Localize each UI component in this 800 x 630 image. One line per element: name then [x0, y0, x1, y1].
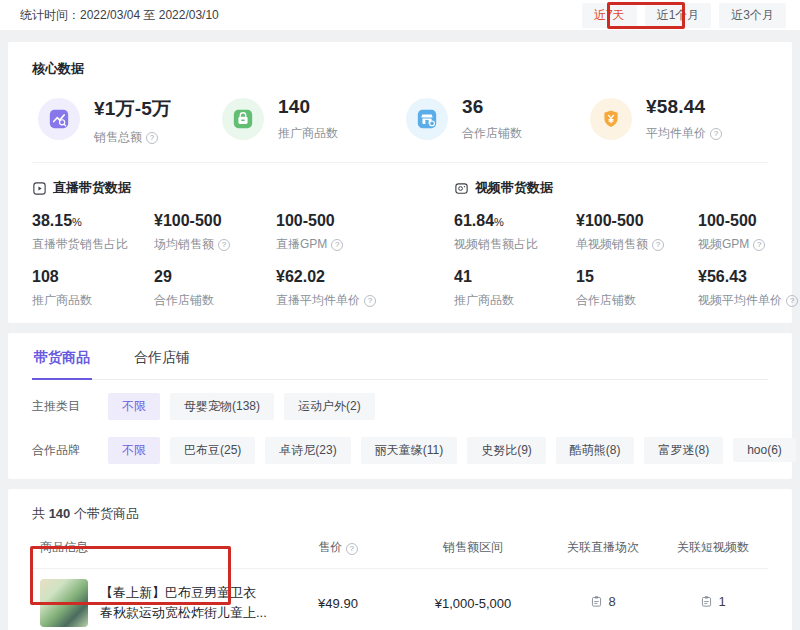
metric-label: 平均件单价	[646, 125, 706, 142]
metric-partner-shops: 36 合作店铺数	[400, 96, 584, 146]
stat-video-partner-shops: 15 合作店铺数	[576, 268, 698, 309]
column-product-info: 商品信息	[32, 539, 278, 556]
brand-chip[interactable]: 富罗迷(8)	[644, 437, 723, 464]
stat-live-gpm: 100-500 直播GPM?	[276, 212, 398, 253]
brand-filter-row: 合作品牌 不限 巴布豆(25) 卓诗尼(23) 丽天童缘(11) 史努比(9) …	[32, 433, 768, 467]
help-icon[interactable]: ?	[146, 132, 158, 144]
core-metrics: ¥1万-5万 销售总额? 140 推广商品数 36 合作	[32, 96, 768, 146]
column-sales-range: 销售额区间	[398, 539, 548, 556]
metric-label: 销售总额	[94, 129, 142, 146]
brand-chip[interactable]: 卓诗尼(23)	[265, 437, 350, 464]
clipboard-icon	[700, 595, 713, 608]
tab-partner-shops[interactable]: 合作店铺	[132, 345, 192, 379]
metric-value: 36	[462, 96, 522, 118]
column-live-sessions: 关联直播场次	[548, 539, 658, 556]
metric-value: 140	[278, 96, 338, 118]
price-shield-icon	[590, 98, 632, 140]
help-icon[interactable]: ?	[346, 543, 358, 555]
product-title: 【春上新】巴布豆男童卫衣 春秋款运动宽松炸街儿童上...	[100, 583, 267, 623]
product-sales-range: ¥1,000-5,000	[398, 596, 548, 611]
stat-per-video-sales: ¥100-500 单视频销售额?	[576, 212, 698, 253]
video-camera-icon	[454, 181, 469, 196]
help-icon[interactable]: ?	[710, 128, 722, 140]
metric-value: ¥1万-5万	[94, 96, 171, 122]
product-thumbnail	[40, 579, 88, 627]
brand-chip-all[interactable]: 不限	[108, 437, 160, 464]
stat-time: 统计时间：2022/03/04 至 2022/03/10	[20, 7, 219, 24]
topbar: 统计时间：2022/03/04 至 2022/03/10 近7天 近1个月 近3…	[0, 0, 800, 30]
short-videos-cell: 1	[700, 594, 725, 609]
help-icon[interactable]: ?	[786, 295, 798, 307]
stat-video-gpm: 100-500 视频GPM?	[698, 212, 800, 253]
metric-avg-unit-price: ¥58.44 平均件单价?	[584, 96, 768, 146]
category-chip-all[interactable]: 不限	[108, 393, 160, 420]
brand-chip[interactable]: 巴布豆(25)	[170, 437, 255, 464]
tab-bar: 带货商品 合作店铺	[32, 345, 768, 380]
help-icon[interactable]: ?	[364, 295, 376, 307]
analytics-page: 统计时间：2022/03/04 至 2022/03/10 近7天 近1个月 近3…	[0, 0, 800, 630]
column-price: 售价 ?	[278, 539, 398, 556]
range-last3months-button[interactable]: 近3个月	[719, 3, 786, 28]
core-data-card: 核心数据 ¥1万-5万 销售总额? 140 推广商品数	[8, 42, 792, 323]
shop-icon	[406, 98, 448, 140]
live-section-title: 直播带货数据	[53, 179, 131, 197]
brand-chip[interactable]: 酷萌熊(8)	[556, 437, 635, 464]
help-icon[interactable]: ?	[218, 239, 230, 251]
stat-time-range: 2022/03/04 至 2022/03/10	[80, 8, 219, 22]
brand-chip[interactable]: hoo(6)	[733, 438, 796, 462]
stat-avg-session-sales: ¥100-500 场均销售额?	[154, 212, 276, 253]
product-price: ¥49.90	[278, 596, 398, 611]
stat-live-avg-unit-price: ¥62.02 直播平均件单价?	[276, 268, 426, 309]
core-data-title: 核心数据	[32, 60, 768, 78]
range-last7days-button[interactable]: 近7天	[582, 3, 637, 28]
help-icon[interactable]: ?	[331, 239, 343, 251]
live-play-icon	[32, 181, 47, 196]
help-icon[interactable]: ?	[753, 239, 765, 251]
brand-chip[interactable]: 丽天童缘(11)	[361, 437, 457, 464]
products-count: 共 140 个带货商品	[32, 505, 768, 523]
category-filter-label: 主推类目	[32, 398, 108, 415]
live-sessions-cell: 8	[590, 594, 615, 609]
column-short-videos: 关联短视频数	[658, 539, 768, 556]
metric-label: 合作店铺数	[462, 125, 522, 142]
brand-chip[interactable]: 史努比(9)	[467, 437, 546, 464]
range-last1month-button[interactable]: 近1个月	[645, 3, 712, 28]
metric-promoted-products: 140 推广商品数	[216, 96, 400, 146]
video-section-title: 视频带货数据	[475, 179, 553, 197]
category-chip[interactable]: 运动户外(2)	[284, 393, 375, 420]
divider	[32, 162, 768, 163]
stat-time-label: 统计时间：	[20, 8, 80, 22]
metric-total-sales: ¥1万-5万 销售总额?	[32, 96, 216, 146]
stat-video-avg-unit-price: ¥56.43 视频平均件单价?	[698, 268, 800, 309]
metric-value: ¥58.44	[646, 96, 722, 118]
sub-sections: 直播带货数据 38.15% 直播带货销售占比 ¥100-500 场均销售额? 1…	[32, 179, 768, 309]
table-row[interactable]: 【春上新】巴布豆男童卫衣 春秋款运动宽松炸街儿童上... ¥49.90 ¥1,0…	[32, 569, 768, 630]
help-icon[interactable]: ?	[652, 239, 664, 251]
live-commerce-section: 直播带货数据 38.15% 直播带货销售占比 ¥100-500 场均销售额? 1…	[32, 179, 426, 309]
date-range-group: 近7天 近1个月 近3个月	[582, 3, 786, 28]
sales-trend-icon	[38, 98, 80, 140]
table-header: 商品信息 售价 ? 销售额区间 关联直播场次 关联短视频数	[32, 539, 768, 569]
category-filter-row: 主推类目 不限 母婴宠物(138) 运动户外(2)	[32, 393, 768, 420]
products-card: 共 140 个带货商品 商品信息 售价 ? 销售额区间 关联直播场次 关联短视频…	[8, 489, 792, 630]
clipboard-icon	[590, 595, 603, 608]
video-commerce-section: 视频带货数据 61.84% 视频销售额占比 ¥100-500 单视频销售额? 1…	[426, 179, 800, 309]
brand-filter-label: 合作品牌	[32, 442, 108, 459]
stat-live-promoted-products: 108 推广商品数	[32, 268, 154, 309]
stat-live-sales-ratio: 38.15% 直播带货销售占比	[32, 212, 154, 253]
stat-video-sales-ratio: 61.84% 视频销售额占比	[454, 212, 576, 253]
filter-card: 带货商品 合作店铺 主推类目 不限 母婴宠物(138) 运动户外(2) 合作品牌…	[8, 333, 792, 479]
tab-promoted-products[interactable]: 带货商品	[32, 345, 92, 379]
stat-live-partner-shops: 29 合作店铺数	[154, 268, 276, 309]
stat-video-promoted-products: 41 推广商品数	[454, 268, 576, 309]
metric-label: 推广商品数	[278, 125, 338, 142]
category-chip[interactable]: 母婴宠物(138)	[170, 393, 274, 420]
product-bag-icon	[222, 98, 264, 140]
